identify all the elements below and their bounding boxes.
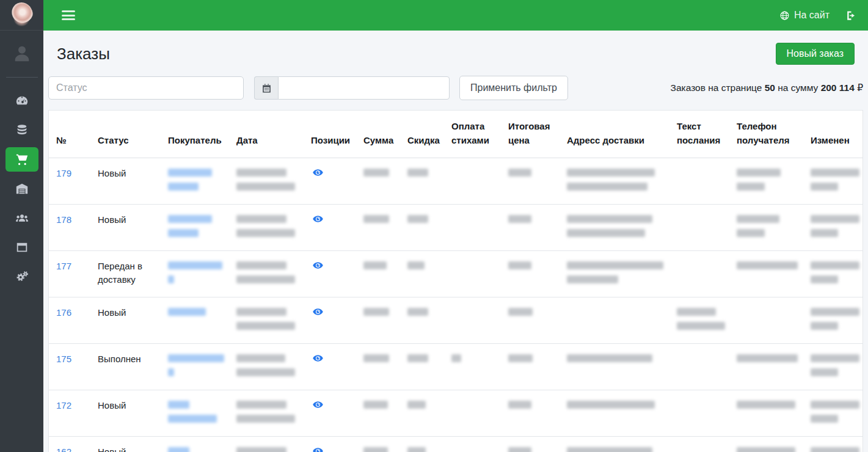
- order-address-cell: [560, 158, 669, 204]
- order-address-cell: [560, 436, 669, 452]
- redacted-text: [567, 275, 618, 283]
- redacted-text: [737, 229, 765, 237]
- order-number-cell: 172: [49, 390, 90, 436]
- order-message-cell: [669, 158, 729, 204]
- order-sum-cell: [356, 158, 400, 204]
- new-order-button[interactable]: Новый заказ: [776, 43, 855, 65]
- redacted-text: [236, 354, 285, 362]
- content: Заказы Новый заказ Применить фильтр Зака…: [43, 0, 868, 452]
- column-header: Позиции: [304, 111, 356, 158]
- order-total-cell: [501, 250, 560, 297]
- redacted-text: [811, 275, 838, 283]
- order-message-cell: [669, 297, 729, 343]
- order-changed-cell: [803, 204, 863, 250]
- redacted-text: [508, 354, 533, 362]
- view-positions-button[interactable]: [311, 167, 324, 178]
- redacted-text: [407, 261, 425, 269]
- order-status-cell: Новый: [90, 204, 161, 250]
- brand-logo[interactable]: [0, 0, 43, 31]
- column-header: №: [49, 111, 90, 158]
- order-poems-cell: [444, 158, 501, 204]
- redacted-text: [236, 415, 295, 423]
- column-header: Итоговая цена: [501, 111, 560, 158]
- order-message-cell: [669, 436, 729, 452]
- date-filter-input[interactable]: [278, 76, 450, 100]
- order-positions-cell: [304, 343, 356, 390]
- redacted-text: [811, 183, 838, 191]
- view-positions-button[interactable]: [311, 445, 324, 452]
- redacted-text: [236, 401, 286, 409]
- order-number-link[interactable]: 177: [56, 261, 71, 271]
- sidebar-item-orders[interactable]: [5, 147, 38, 172]
- sidebar-divider: [6, 77, 38, 78]
- redacted-text: [567, 215, 652, 223]
- redacted-text: [236, 322, 295, 330]
- order-number-link[interactable]: 176: [56, 307, 71, 318]
- calendar-addon[interactable]: [254, 76, 278, 100]
- view-positions-button[interactable]: [311, 306, 324, 318]
- order-phone-cell: [729, 158, 803, 204]
- sidebar-item-warehouse[interactable]: [5, 177, 38, 201]
- order-date-cell: [229, 250, 304, 297]
- order-positions-cell: [304, 297, 356, 343]
- view-positions-button[interactable]: [311, 399, 324, 410]
- sidebar-item-dashboard[interactable]: [5, 89, 38, 113]
- orders-table-card: №СтатусПокупательДатаПозицииСуммаСкидкаО…: [48, 110, 863, 452]
- order-row: 172Новый: [49, 390, 863, 436]
- redacted-text: [567, 354, 652, 362]
- redacted-text: [567, 229, 645, 237]
- sidebar: [0, 0, 43, 452]
- redacted-text: [811, 447, 859, 452]
- order-row: 177Передан в доставку: [49, 250, 863, 297]
- column-header: Текст послания: [669, 111, 729, 158]
- sidebar-item-settings[interactable]: [5, 264, 38, 289]
- users-icon: [15, 211, 29, 225]
- status-filter-input[interactable]: [48, 76, 244, 100]
- order-positions-cell: [304, 436, 356, 452]
- redacted-text: [811, 308, 859, 316]
- order-number-link[interactable]: 178: [56, 214, 71, 225]
- sidebar-item-customers[interactable]: [5, 206, 38, 230]
- redacted-text: [407, 447, 426, 452]
- user-icon: [10, 42, 34, 66]
- logout-button[interactable]: [845, 10, 857, 21]
- view-positions-button[interactable]: [311, 352, 324, 364]
- redacted-text: [168, 447, 189, 452]
- redacted-text: [508, 401, 531, 409]
- apply-filter-button[interactable]: Применить фильтр: [459, 76, 568, 100]
- eye-icon: [312, 306, 324, 318]
- order-total-cell: [501, 158, 560, 204]
- redacted-text: [811, 169, 859, 177]
- redacted-text: [811, 322, 838, 330]
- order-number-link[interactable]: 172: [56, 400, 71, 410]
- user-avatar[interactable]: [10, 39, 34, 68]
- order-address-cell: [560, 343, 669, 390]
- gears-icon: [15, 270, 29, 283]
- column-header: Оплата стихами: [444, 111, 501, 158]
- redacted-text: [737, 183, 765, 191]
- to-site-link[interactable]: На сайт: [779, 10, 830, 21]
- order-discount-cell: [400, 204, 444, 250]
- redacted-text: [567, 169, 655, 177]
- order-number-link[interactable]: 175: [56, 354, 71, 364]
- view-positions-button[interactable]: [311, 260, 324, 271]
- order-number-link[interactable]: 162: [56, 447, 71, 452]
- order-total-cell: [501, 343, 560, 390]
- order-row: 176Новый: [49, 297, 863, 343]
- sidebar-item-pages[interactable]: [5, 235, 38, 260]
- redacted-text: [236, 275, 295, 283]
- sidebar-item-catalog[interactable]: [5, 118, 38, 142]
- menu-toggle-button[interactable]: [62, 10, 75, 20]
- view-positions-button[interactable]: [311, 213, 324, 225]
- order-number-link[interactable]: 179: [56, 168, 71, 178]
- order-discount-cell: [400, 436, 444, 452]
- order-date-cell: [229, 343, 304, 390]
- dashboard-icon: [15, 94, 29, 108]
- redacted-text: [407, 354, 428, 362]
- column-header: Адресс доставки: [560, 111, 669, 158]
- order-date-cell: [229, 436, 304, 452]
- redacted-text: [407, 169, 428, 177]
- redacted-text: [508, 308, 533, 316]
- redacted-text: [811, 368, 838, 376]
- order-sum-cell: [356, 250, 400, 297]
